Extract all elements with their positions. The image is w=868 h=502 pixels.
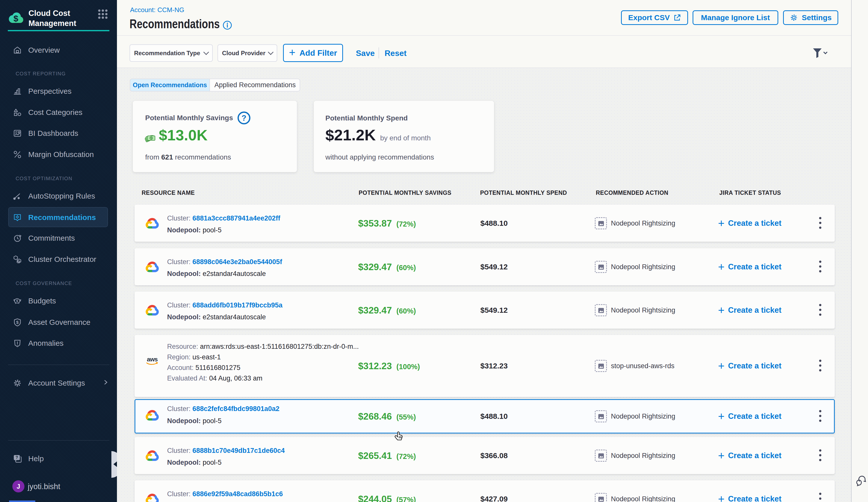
svg-text:?: ? — [16, 455, 18, 460]
svg-text:aws: aws — [147, 356, 158, 363]
svg-text:$: $ — [16, 320, 19, 325]
svg-text:$: $ — [14, 14, 18, 23]
svg-text:$: $ — [151, 137, 152, 139]
svg-text:?: ? — [242, 114, 247, 123]
svg-text:$: $ — [16, 299, 18, 303]
